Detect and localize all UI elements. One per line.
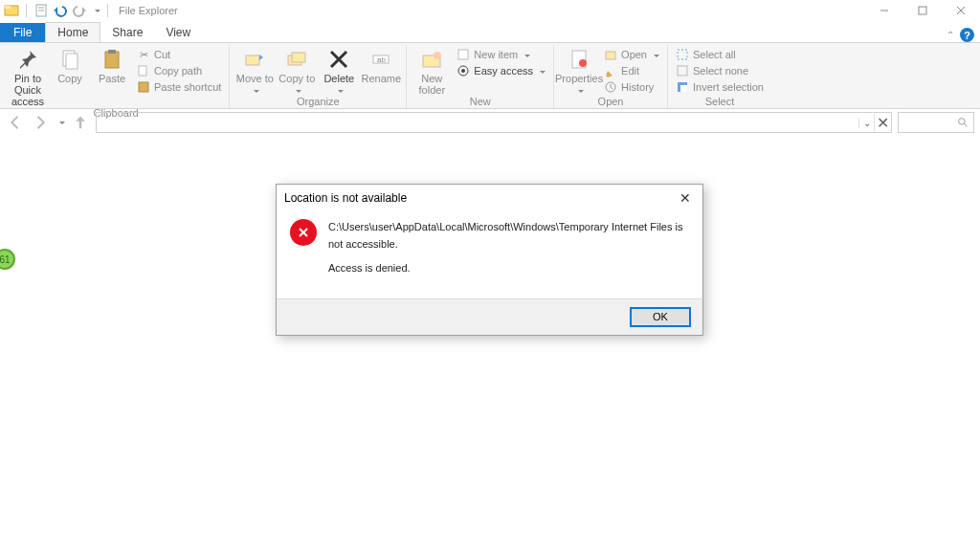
- new-folder-button[interactable]: New folder: [411, 45, 453, 96]
- copy-label: Copy: [57, 73, 82, 84]
- group-label-new: New: [411, 96, 549, 108]
- copy-path-button[interactable]: Copy path: [133, 63, 225, 78]
- paste-button[interactable]: Paste: [91, 45, 133, 84]
- forward-button[interactable]: [31, 113, 50, 132]
- dialog-footer: OK: [277, 298, 702, 335]
- svg-rect-29: [606, 52, 615, 59]
- dialog-close-button[interactable]: ✕: [676, 190, 695, 206]
- cut-button[interactable]: ✂Cut: [133, 47, 225, 62]
- dialog-titlebar[interactable]: Location is not available ✕: [277, 185, 702, 211]
- properties-qat-icon[interactable]: [33, 3, 49, 18]
- new-item-button[interactable]: New item: [453, 47, 549, 62]
- copy-to-label: Copy to: [276, 73, 318, 96]
- maximize-button[interactable]: [903, 0, 942, 21]
- error-icon: [290, 219, 317, 246]
- pin-to-quick-access-button[interactable]: Pin to Quick access: [7, 45, 49, 107]
- tab-share[interactable]: Share: [100, 23, 154, 42]
- select-all-button[interactable]: Select all: [672, 47, 768, 62]
- back-button[interactable]: [6, 113, 25, 132]
- edit-icon: [604, 64, 617, 77]
- ribbon: Pin to Quick access Copy Paste ✂Cut Copy…: [0, 42, 980, 109]
- address-dropdown-icon[interactable]: ⌄: [858, 118, 874, 128]
- svg-rect-34: [680, 85, 687, 92]
- nav-row: ⌄ ✕: [0, 109, 980, 136]
- select-none-button[interactable]: Select none: [672, 63, 768, 78]
- open-icon: [604, 48, 617, 61]
- help-icon[interactable]: ?: [960, 28, 974, 42]
- up-button[interactable]: [71, 113, 90, 132]
- paste-shortcut-icon: [137, 80, 150, 94]
- search-box[interactable]: [898, 112, 974, 133]
- move-to-button[interactable]: Move to: [234, 45, 276, 96]
- dialog-ok-button[interactable]: OK: [630, 307, 691, 327]
- move-to-label: Move to: [234, 73, 276, 96]
- group-label-open: Open: [558, 96, 663, 108]
- recent-locations-button[interactable]: [56, 113, 65, 132]
- easy-access-button[interactable]: Easy access: [453, 63, 549, 78]
- svg-rect-24: [458, 50, 468, 59]
- svg-rect-31: [678, 50, 687, 59]
- open-button[interactable]: Open: [600, 47, 663, 62]
- svg-rect-12: [108, 50, 116, 54]
- minimize-button[interactable]: [865, 0, 903, 21]
- copy-to-button[interactable]: Copy to: [276, 45, 318, 96]
- address-clear-icon[interactable]: ✕: [874, 114, 891, 132]
- history-button[interactable]: History: [600, 79, 663, 95]
- invert-selection-button[interactable]: Invert selection: [672, 79, 768, 95]
- svg-rect-14: [139, 82, 148, 92]
- copy-button[interactable]: Copy: [49, 45, 91, 84]
- svg-rect-10: [66, 54, 78, 69]
- properties-button[interactable]: Properties: [558, 45, 600, 96]
- rename-button[interactable]: ab Rename: [360, 45, 402, 84]
- svg-point-28: [579, 59, 587, 67]
- svg-rect-15: [246, 55, 259, 65]
- close-button[interactable]: [942, 0, 980, 21]
- paste-icon: [100, 48, 123, 71]
- svg-point-35: [959, 118, 966, 124]
- undo-icon[interactable]: [53, 3, 68, 18]
- svg-rect-1: [5, 6, 11, 9]
- pin-label: Pin to Quick access: [7, 73, 49, 107]
- redo-icon[interactable]: [72, 3, 87, 18]
- svg-point-26: [461, 69, 465, 73]
- copy-icon: [58, 48, 81, 71]
- history-icon: [604, 80, 617, 94]
- edit-button[interactable]: Edit: [600, 63, 663, 78]
- ribbon-tabs: File Home Share View ⌃ ?: [0, 21, 980, 42]
- tab-home[interactable]: Home: [45, 22, 100, 42]
- svg-rect-13: [139, 66, 146, 76]
- svg-rect-17: [292, 53, 305, 62]
- properties-label: Properties: [555, 73, 603, 96]
- ribbon-collapse-icon[interactable]: ⌃: [947, 30, 954, 40]
- paste-shortcut-button[interactable]: Paste shortcut: [133, 79, 225, 95]
- invert-selection-icon: [676, 80, 689, 94]
- qat-customize-dropdown[interactable]: [91, 3, 100, 18]
- window-title: File Explorer: [119, 5, 178, 16]
- dialog-line2: Access is denied.: [328, 260, 689, 277]
- svg-rect-32: [678, 66, 687, 76]
- delete-button[interactable]: Delete: [318, 45, 360, 96]
- new-folder-icon: [420, 48, 443, 71]
- tab-file[interactable]: File: [0, 23, 45, 42]
- edge-badge[interactable]: 61: [0, 249, 15, 270]
- group-select: Select all Select none Invert selection …: [668, 45, 771, 108]
- rename-icon: ab: [369, 48, 392, 71]
- error-dialog: Location is not available ✕ C:\Users\use…: [276, 184, 703, 336]
- move-to-icon: [243, 48, 266, 71]
- group-organize: Move to Copy to Delete ab Rename Organiz…: [230, 45, 407, 108]
- group-clipboard: Pin to Quick access Copy Paste ✂Cut Copy…: [3, 45, 230, 108]
- select-none-icon: [676, 64, 689, 77]
- tab-view[interactable]: View: [154, 23, 202, 42]
- select-all-icon: [676, 48, 689, 61]
- group-label-organize: Organize: [234, 96, 402, 108]
- delete-label: Delete: [323, 73, 354, 96]
- svg-point-23: [434, 52, 441, 59]
- svg-line-36: [964, 123, 967, 126]
- dialog-title-text: Location is not available: [284, 191, 407, 205]
- svg-text:ab: ab: [377, 55, 386, 64]
- copy-path-icon: [137, 64, 150, 77]
- search-icon: [957, 117, 969, 129]
- delete-icon: [327, 48, 350, 71]
- address-bar[interactable]: ⌄ ✕: [96, 112, 892, 133]
- scissors-icon: ✂: [137, 48, 150, 61]
